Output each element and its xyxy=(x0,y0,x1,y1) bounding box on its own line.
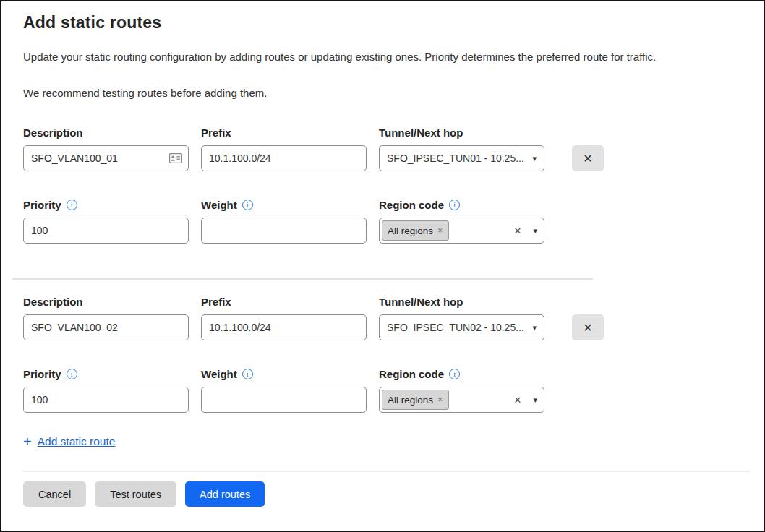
page-title: Add static routes xyxy=(23,13,749,33)
prefix-label: Prefix xyxy=(201,296,367,308)
route-section-1: Description xyxy=(23,126,749,244)
tunnel-next-hop-label: Tunnel/Next hop xyxy=(379,126,544,139)
remove-route-button[interactable]: ✕ xyxy=(572,314,604,340)
priority-field-group: Priority i xyxy=(23,199,189,244)
info-icon[interactable]: i xyxy=(67,369,77,379)
region-select[interactable]: All regions ✕ ✕ ▾ xyxy=(379,387,544,413)
weight-field-group: Weight i xyxy=(201,199,367,244)
footer-actions: Cancel Test routes Add routes xyxy=(23,481,764,507)
add-routes-button[interactable]: Add routes xyxy=(185,481,265,507)
description-input[interactable] xyxy=(23,145,189,171)
info-icon[interactable]: i xyxy=(449,369,460,379)
footer-divider xyxy=(23,471,750,472)
intro-text-1: Update your static routing configuration… xyxy=(23,50,749,64)
chip-remove-icon[interactable]: ✕ xyxy=(437,396,443,403)
chevron-down-icon: ▾ xyxy=(532,324,537,332)
prefix-field-group: Prefix xyxy=(201,296,367,340)
prefix-input[interactable] xyxy=(201,145,367,171)
priority-field-group: Priority i xyxy=(23,368,189,413)
description-field-group: Description xyxy=(23,296,189,340)
info-icon[interactable]: i xyxy=(242,200,253,210)
region-code-label-text: Region code xyxy=(379,368,444,380)
priority-label: Priority i xyxy=(23,368,189,380)
region-chip-label: All regions xyxy=(388,226,433,236)
weight-input[interactable] xyxy=(201,387,367,413)
clear-icon[interactable]: ✕ xyxy=(514,226,522,236)
region-code-field-group: Region code i All regions ✕ ✕ ▾ xyxy=(379,368,544,413)
region-select[interactable]: All regions ✕ ✕ ▾ xyxy=(379,218,544,244)
cancel-button[interactable]: Cancel xyxy=(23,481,86,507)
tunnel-select[interactable]: SFO_IPSEC_TUN02 - 10.25... ▾ xyxy=(379,314,544,340)
weight-label-text: Weight xyxy=(201,368,237,380)
tunnel-field-group: Tunnel/Next hop SFO_IPSEC_TUN01 - 10.25.… xyxy=(379,126,544,171)
prefix-field-group: Prefix xyxy=(201,126,367,171)
weight-input[interactable] xyxy=(201,218,367,244)
add-static-route-link[interactable]: Add static route xyxy=(38,435,116,448)
section-divider xyxy=(12,278,593,280)
region-chip: All regions ✕ xyxy=(382,220,449,241)
add-static-route-row: + Add static route xyxy=(23,434,749,449)
priority-input[interactable] xyxy=(23,218,189,244)
info-icon[interactable]: i xyxy=(449,200,460,210)
priority-label: Priority i xyxy=(23,199,189,211)
test-routes-button[interactable]: Test routes xyxy=(95,481,176,507)
tunnel-select-value: SFO_IPSEC_TUN01 - 10.25... xyxy=(387,153,524,164)
info-icon[interactable]: i xyxy=(242,369,253,379)
prefix-input[interactable] xyxy=(201,314,367,340)
contact-card-icon xyxy=(169,153,182,163)
weight-field-group: Weight i xyxy=(201,368,367,413)
chevron-down-icon: ▾ xyxy=(533,396,537,404)
weight-label: Weight i xyxy=(201,199,367,211)
tunnel-next-hop-label: Tunnel/Next hop xyxy=(379,296,544,308)
region-code-label-text: Region code xyxy=(379,199,444,211)
priority-label-text: Priority xyxy=(23,368,61,380)
weight-label: Weight i xyxy=(201,368,367,380)
region-chip: All regions ✕ xyxy=(382,390,449,410)
plus-icon: + xyxy=(23,434,32,449)
description-label: Description xyxy=(23,296,189,308)
prefix-label: Prefix xyxy=(201,126,367,139)
remove-route-button[interactable]: ✕ xyxy=(572,145,604,171)
route-section-2: Description Prefix Tunnel/Next hop SFO_I… xyxy=(23,296,749,413)
info-icon[interactable]: i xyxy=(67,200,77,210)
chevron-down-icon: ▾ xyxy=(532,155,537,163)
weight-label-text: Weight xyxy=(201,199,237,211)
priority-label-text: Priority xyxy=(23,199,61,211)
tunnel-field-group: Tunnel/Next hop SFO_IPSEC_TUN02 - 10.25.… xyxy=(379,296,544,340)
description-input[interactable] xyxy=(23,314,189,340)
clear-icon[interactable]: ✕ xyxy=(514,395,522,406)
priority-input[interactable] xyxy=(23,387,189,413)
region-chip-label: All regions xyxy=(388,395,433,406)
description-label: Description xyxy=(23,126,189,139)
description-field-group: Description xyxy=(23,126,189,171)
region-code-field-group: Region code i All regions ✕ ✕ ▾ xyxy=(379,199,544,244)
region-code-label: Region code i xyxy=(379,368,544,380)
chevron-down-icon: ▾ xyxy=(533,227,537,235)
tunnel-select-value: SFO_IPSEC_TUN02 - 10.25... xyxy=(387,322,524,333)
region-code-label: Region code i xyxy=(379,199,544,211)
chip-remove-icon[interactable]: ✕ xyxy=(437,227,443,234)
add-static-routes-dialog: Add static routes Update your static rou… xyxy=(0,0,765,532)
description-input-wrap xyxy=(23,145,189,171)
tunnel-select[interactable]: SFO_IPSEC_TUN01 - 10.25... ▾ xyxy=(379,145,544,171)
intro-text-2: We recommend testing routes before addin… xyxy=(23,86,749,100)
